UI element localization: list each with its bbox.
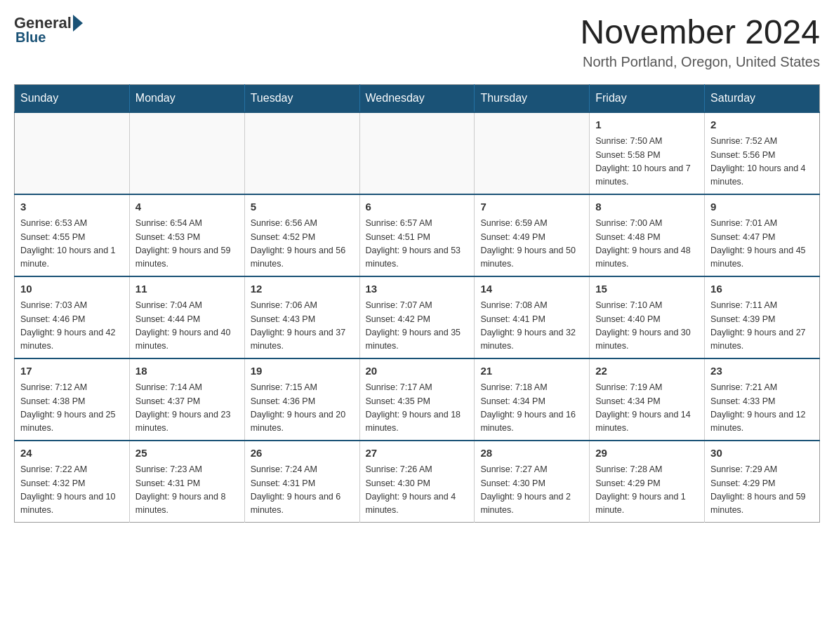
calendar-cell: 13Sunrise: 7:07 AMSunset: 4:42 PMDayligh… xyxy=(359,276,475,358)
day-number: 17 xyxy=(20,363,124,380)
day-number: 15 xyxy=(595,281,699,297)
day-info: Sunrise: 6:54 AMSunset: 4:53 PMDaylight:… xyxy=(135,217,239,271)
day-info: Sunrise: 7:15 AMSunset: 4:36 PMDaylight:… xyxy=(251,381,354,436)
day-number: 11 xyxy=(135,281,239,297)
calendar-cell: 29Sunrise: 7:28 AMSunset: 4:29 PMDayligh… xyxy=(590,441,705,523)
day-number: 13 xyxy=(366,281,469,297)
day-info: Sunrise: 7:26 AMSunset: 4:30 PMDaylight:… xyxy=(366,463,469,518)
calendar-cell: 16Sunrise: 7:11 AMSunset: 4:39 PMDayligh… xyxy=(705,276,820,358)
calendar-week-5: 24Sunrise: 7:22 AMSunset: 4:32 PMDayligh… xyxy=(15,441,820,523)
calendar-cell: 6Sunrise: 6:57 AMSunset: 4:51 PMDaylight… xyxy=(359,194,475,276)
calendar-cell: 9Sunrise: 7:01 AMSunset: 4:47 PMDaylight… xyxy=(705,194,820,276)
calendar-cell: 27Sunrise: 7:26 AMSunset: 4:30 PMDayligh… xyxy=(359,441,475,523)
day-info: Sunrise: 7:23 AMSunset: 4:31 PMDaylight:… xyxy=(135,463,239,518)
day-info: Sunrise: 7:01 AMSunset: 4:47 PMDaylight:… xyxy=(710,217,814,271)
day-number: 21 xyxy=(480,363,583,380)
title-section: November 2024 North Portland, Oregon, Un… xyxy=(580,14,820,70)
calendar-week-3: 10Sunrise: 7:03 AMSunset: 4:46 PMDayligh… xyxy=(15,276,820,358)
day-number: 29 xyxy=(595,445,699,462)
day-number: 10 xyxy=(20,281,124,297)
day-number: 23 xyxy=(710,363,814,380)
weekday-header-sunday: Sunday xyxy=(15,84,130,112)
day-info: Sunrise: 6:59 AMSunset: 4:49 PMDaylight:… xyxy=(480,217,583,271)
calendar-cell: 24Sunrise: 7:22 AMSunset: 4:32 PMDayligh… xyxy=(15,441,130,523)
day-number: 16 xyxy=(710,281,814,297)
day-info: Sunrise: 7:19 AMSunset: 4:34 PMDaylight:… xyxy=(595,381,699,436)
calendar-cell: 30Sunrise: 7:29 AMSunset: 4:29 PMDayligh… xyxy=(705,441,820,523)
calendar-cell: 26Sunrise: 7:24 AMSunset: 4:31 PMDayligh… xyxy=(244,441,359,523)
day-number: 30 xyxy=(710,445,814,462)
weekday-header-friday: Friday xyxy=(590,84,705,112)
day-number: 19 xyxy=(251,363,354,380)
calendar-cell: 11Sunrise: 7:04 AMSunset: 4:44 PMDayligh… xyxy=(129,276,244,358)
calendar-cell: 23Sunrise: 7:21 AMSunset: 4:33 PMDayligh… xyxy=(705,358,820,441)
day-number: 9 xyxy=(710,199,814,215)
day-info: Sunrise: 7:17 AMSunset: 4:35 PMDaylight:… xyxy=(366,381,469,436)
day-number: 4 xyxy=(135,199,239,215)
calendar-cell: 28Sunrise: 7:27 AMSunset: 4:30 PMDayligh… xyxy=(475,441,590,523)
calendar-cell: 7Sunrise: 6:59 AMSunset: 4:49 PMDaylight… xyxy=(475,194,590,276)
day-number: 14 xyxy=(480,281,583,297)
day-info: Sunrise: 7:11 AMSunset: 4:39 PMDaylight:… xyxy=(710,299,814,354)
day-info: Sunrise: 7:50 AMSunset: 5:58 PMDaylight:… xyxy=(595,135,699,189)
weekday-header-row: SundayMondayTuesdayWednesdayThursdayFrid… xyxy=(15,84,820,112)
day-info: Sunrise: 7:21 AMSunset: 4:33 PMDaylight:… xyxy=(710,381,814,436)
day-info: Sunrise: 6:56 AMSunset: 4:52 PMDaylight:… xyxy=(251,217,354,271)
calendar-cell: 18Sunrise: 7:14 AMSunset: 4:37 PMDayligh… xyxy=(129,358,244,441)
calendar-cell xyxy=(129,112,244,194)
calendar-cell xyxy=(359,112,475,194)
weekday-header-monday: Monday xyxy=(129,84,244,112)
day-info: Sunrise: 7:18 AMSunset: 4:34 PMDaylight:… xyxy=(480,381,583,436)
day-info: Sunrise: 7:08 AMSunset: 4:41 PMDaylight:… xyxy=(480,299,583,354)
day-info: Sunrise: 7:07 AMSunset: 4:42 PMDaylight:… xyxy=(366,299,469,354)
day-info: Sunrise: 6:57 AMSunset: 4:51 PMDaylight:… xyxy=(366,217,469,271)
day-info: Sunrise: 7:28 AMSunset: 4:29 PMDaylight:… xyxy=(595,463,699,518)
logo-arrow-icon xyxy=(73,15,83,32)
day-number: 25 xyxy=(135,445,239,462)
day-number: 6 xyxy=(366,199,469,215)
day-number: 18 xyxy=(135,363,239,380)
calendar-cell xyxy=(475,112,590,194)
day-number: 1 xyxy=(595,117,699,133)
day-info: Sunrise: 7:10 AMSunset: 4:40 PMDaylight:… xyxy=(595,299,699,354)
calendar-week-2: 3Sunrise: 6:53 AMSunset: 4:55 PMDaylight… xyxy=(15,194,820,276)
calendar-week-1: 1Sunrise: 7:50 AMSunset: 5:58 PMDaylight… xyxy=(15,112,820,194)
day-number: 3 xyxy=(20,199,124,215)
day-info: Sunrise: 7:27 AMSunset: 4:30 PMDaylight:… xyxy=(480,463,583,518)
day-info: Sunrise: 7:06 AMSunset: 4:43 PMDaylight:… xyxy=(251,299,354,354)
calendar-header: SundayMondayTuesdayWednesdayThursdayFrid… xyxy=(15,84,820,112)
day-info: Sunrise: 7:29 AMSunset: 4:29 PMDaylight:… xyxy=(710,463,814,518)
day-number: 8 xyxy=(595,199,699,215)
calendar-cell: 25Sunrise: 7:23 AMSunset: 4:31 PMDayligh… xyxy=(129,441,244,523)
weekday-header-tuesday: Tuesday xyxy=(244,84,359,112)
page-header: General Blue November 2024 North Portlan… xyxy=(14,14,820,70)
calendar-cell: 17Sunrise: 7:12 AMSunset: 4:38 PMDayligh… xyxy=(15,358,130,441)
weekday-header-wednesday: Wednesday xyxy=(359,84,475,112)
page-title: November 2024 xyxy=(580,14,820,51)
weekday-header-saturday: Saturday xyxy=(705,84,820,112)
calendar-table: SundayMondayTuesdayWednesdayThursdayFrid… xyxy=(14,84,820,523)
calendar-cell: 4Sunrise: 6:54 AMSunset: 4:53 PMDaylight… xyxy=(129,194,244,276)
day-info: Sunrise: 7:12 AMSunset: 4:38 PMDaylight:… xyxy=(20,381,124,436)
day-info: Sunrise: 7:24 AMSunset: 4:31 PMDaylight:… xyxy=(251,463,354,518)
day-number: 12 xyxy=(251,281,354,297)
day-info: Sunrise: 7:14 AMSunset: 4:37 PMDaylight:… xyxy=(135,381,239,436)
day-info: Sunrise: 7:22 AMSunset: 4:32 PMDaylight:… xyxy=(20,463,124,518)
calendar-cell: 2Sunrise: 7:52 AMSunset: 5:56 PMDaylight… xyxy=(705,112,820,194)
day-number: 20 xyxy=(366,363,469,380)
day-number: 7 xyxy=(480,199,583,215)
calendar-cell: 5Sunrise: 6:56 AMSunset: 4:52 PMDaylight… xyxy=(244,194,359,276)
calendar-week-4: 17Sunrise: 7:12 AMSunset: 4:38 PMDayligh… xyxy=(15,358,820,441)
calendar-cell: 12Sunrise: 7:06 AMSunset: 4:43 PMDayligh… xyxy=(244,276,359,358)
day-number: 5 xyxy=(251,199,354,215)
calendar-cell: 1Sunrise: 7:50 AMSunset: 5:58 PMDaylight… xyxy=(590,112,705,194)
day-info: Sunrise: 7:04 AMSunset: 4:44 PMDaylight:… xyxy=(135,299,239,354)
day-number: 2 xyxy=(710,117,814,133)
calendar-cell: 15Sunrise: 7:10 AMSunset: 4:40 PMDayligh… xyxy=(590,276,705,358)
calendar-cell xyxy=(244,112,359,194)
day-info: Sunrise: 7:03 AMSunset: 4:46 PMDaylight:… xyxy=(20,299,124,354)
day-info: Sunrise: 6:53 AMSunset: 4:55 PMDaylight:… xyxy=(20,217,124,271)
day-number: 22 xyxy=(595,363,699,380)
day-number: 24 xyxy=(20,445,124,462)
day-number: 26 xyxy=(251,445,354,462)
